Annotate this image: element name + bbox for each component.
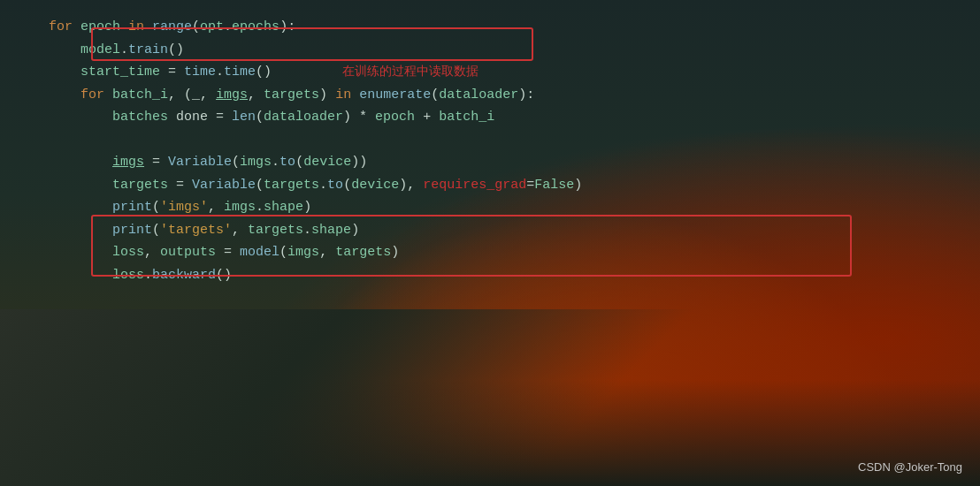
val-false: False bbox=[534, 174, 574, 197]
keyword-for2: for bbox=[80, 84, 112, 107]
var-device: device bbox=[303, 151, 351, 174]
keyword-for: for bbox=[49, 16, 80, 39]
func-len: len bbox=[232, 106, 256, 129]
code-line-blank bbox=[49, 129, 953, 152]
highlight-box-1 bbox=[91, 27, 533, 61]
code-line-7: targets = Variable(targets.to(device), r… bbox=[49, 174, 953, 197]
keyword-in2: in bbox=[335, 84, 359, 107]
var-batch-i: batch_i bbox=[112, 84, 168, 107]
var-device2: device bbox=[351, 174, 399, 197]
func-to2: to bbox=[327, 174, 343, 197]
func-time2: time bbox=[224, 61, 256, 84]
var-dataloader2: dataloader bbox=[264, 106, 343, 129]
code-line-4: for batch_i, (_, imgs, targets) in enume… bbox=[49, 84, 953, 107]
annotation-text: 在训练的过程中读取数据 bbox=[342, 61, 479, 82]
var-imgs3: imgs bbox=[240, 151, 272, 174]
code-line-1: for epoch in range(opt.epochs): bbox=[49, 16, 953, 39]
mountain-overlay bbox=[0, 309, 980, 486]
func-variable: Variable bbox=[168, 151, 232, 174]
indent2b bbox=[49, 61, 80, 84]
func-time: time bbox=[184, 61, 216, 84]
code-line-5: batches done = len(dataloader) * epoch +… bbox=[49, 106, 953, 129]
code-line-3: start_time = time.time() 在训练的过程中读取数据 bbox=[49, 61, 953, 84]
func-enumerate: enumerate bbox=[359, 84, 431, 107]
indent2 bbox=[49, 39, 80, 62]
indent4c bbox=[49, 174, 112, 197]
indent3 bbox=[49, 84, 80, 107]
func-to: to bbox=[279, 151, 295, 174]
var-dataloader: dataloader bbox=[439, 84, 518, 107]
func-variable2: Variable bbox=[192, 174, 256, 197]
highlight-box-2 bbox=[91, 215, 852, 277]
var-targets3: targets bbox=[264, 174, 319, 197]
var-epoch2: epoch bbox=[375, 106, 415, 129]
var-batch-i2: batch_i bbox=[439, 106, 494, 129]
watermark: CSDN @Joker-Tong bbox=[858, 460, 962, 474]
kwarg-requires-grad: requires_grad bbox=[423, 174, 526, 197]
code-line-6: imgs = Variable(imgs.to(device)) bbox=[49, 151, 953, 174]
var-imgs2: imgs bbox=[112, 151, 144, 174]
var-batches: batches bbox=[112, 106, 168, 129]
indent4b bbox=[49, 151, 112, 174]
var-start-time: start_time bbox=[80, 61, 168, 84]
var-imgs: imgs bbox=[216, 84, 248, 107]
var-targets: targets bbox=[264, 84, 319, 107]
var-targets2: targets bbox=[112, 174, 168, 197]
code-block: for epoch in range(opt.epochs): model.tr… bbox=[0, 0, 980, 302]
indent4 bbox=[49, 106, 112, 129]
